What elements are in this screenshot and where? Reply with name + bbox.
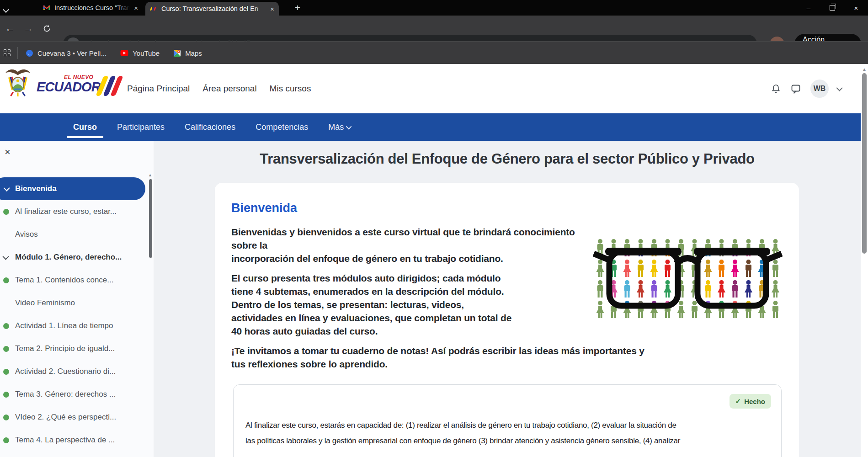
sidebar-item-tema-1[interactable]: Tema 1. Contenidos conce... xyxy=(0,269,154,292)
notifications-bell-icon[interactable] xyxy=(771,83,781,94)
sidebar-section-bienvenida[interactable]: Bienvenida xyxy=(0,177,154,200)
bookmark-youtube[interactable]: YouTube xyxy=(120,49,160,57)
sidebar-item-video-feminismo[interactable]: Video Feminismo xyxy=(0,292,154,314)
tab-title: Instrucciones Curso "Transversal xyxy=(54,4,130,11)
sidebar-label: VIdeo 2. ¿Qué es perspecti... xyxy=(15,413,116,422)
tab-mas[interactable]: Más xyxy=(328,113,351,141)
sidebar-item-tema-3[interactable]: Tema 3. Género: derechos ... xyxy=(0,383,154,406)
browser-tab-curso-active[interactable]: Curso: Transversalización del En × xyxy=(145,2,279,16)
drawer-scrollbar[interactable] xyxy=(149,179,152,398)
maps-icon xyxy=(173,49,181,57)
tab-label: Calificaciones xyxy=(185,122,235,132)
page-scroll-up-icon[interactable]: ▲ xyxy=(862,67,867,72)
activity-description: Al finalizar este curso, estarás en capa… xyxy=(245,418,769,449)
tab-title: Curso: Transversalización del En xyxy=(161,5,266,12)
sidebar-item-tema-2[interactable]: Tema 2. Principio de iguald... xyxy=(0,337,154,360)
tab-close-icon[interactable]: × xyxy=(134,5,138,11)
el-nuevo-ecuador-logo[interactable]: EL NUEVO ECUADOR xyxy=(37,71,123,103)
course-nav-bar: Curso Participantes Calificaciones Compe… xyxy=(0,113,861,141)
bookmark-label: Cuevana 3 • Ver Pelí... xyxy=(37,49,107,57)
tab-label: Competencias xyxy=(256,122,308,132)
chevron-down-icon[interactable] xyxy=(4,185,10,191)
sidebar-label: Tema 2. Principio de iguald... xyxy=(15,344,115,353)
sidebar-label: Actividad 2. Cuestionario di... xyxy=(15,367,116,376)
window-restore-button[interactable] xyxy=(820,0,844,16)
bookmark-cuevana[interactable]: Cuevana 3 • Ver Pelí... xyxy=(26,49,107,57)
check-icon: ✓ xyxy=(735,397,741,405)
drawer-close-button[interactable]: × xyxy=(5,147,11,157)
sidebar-item-video-2[interactable]: VIdeo 2. ¿Qué es perspecti... xyxy=(0,406,154,429)
sidebar-label: Tema 3. Género: derechos ... xyxy=(15,390,116,399)
nav-mis-cursos[interactable]: Mis cursos xyxy=(270,84,311,94)
tab-curso[interactable]: Curso xyxy=(73,113,97,141)
page-title: Transversalización del Enfoque de Género… xyxy=(154,151,861,167)
section-heading: Bienvenida xyxy=(231,201,783,215)
apps-grid-icon[interactable] xyxy=(4,49,11,57)
selected-section-pill[interactable]: Bienvenida xyxy=(0,177,145,200)
user-menu-chevron-icon[interactable] xyxy=(836,85,843,91)
page-scrollbar[interactable]: ▲ xyxy=(861,64,868,457)
ecuador-stripes-icon xyxy=(150,5,157,12)
completion-dot-icon xyxy=(3,209,9,215)
page-scrollbar-thumb[interactable] xyxy=(862,73,867,254)
sidebar-label: Tema 4. La perspectiva de ... xyxy=(15,436,115,445)
nav-area-personal[interactable]: Área personal xyxy=(202,84,256,94)
sidebar-item-actividad-2[interactable]: Actividad 2. Cuestionario di... xyxy=(0,360,154,383)
tab-close-icon[interactable]: × xyxy=(270,5,274,12)
drawer-scrollbar-thumb[interactable] xyxy=(149,179,152,258)
activity-card[interactable]: ✓ Hecho Al finalizar este curso, estarás… xyxy=(233,384,782,457)
welcome-paragraph-3: ¡Te invitamos a tomar tu cuaderno de not… xyxy=(231,344,783,371)
site-nav: Página Principal Área personal Mis curso… xyxy=(127,64,311,113)
ecuador-coat-of-arms-logo[interactable] xyxy=(5,68,31,97)
tab-calificaciones[interactable]: Calificaciones xyxy=(185,113,235,141)
sidebar-item-actividad-1[interactable]: Actividad 1. Línea de tiempo xyxy=(0,314,154,337)
browser-tab-instrucciones[interactable]: Instrucciones Curso "Transversal × xyxy=(38,0,143,16)
tab-participantes[interactable]: Participantes xyxy=(117,113,165,141)
sidebar-item-al-finalizar[interactable]: Al finalizar este curso, estar... xyxy=(0,200,154,223)
completion-dot-icon xyxy=(3,414,9,420)
sidebar-item-tema-4[interactable]: Tema 4. La perspectiva de ... xyxy=(0,429,154,452)
gender-glasses-image xyxy=(593,236,783,321)
forward-button[interactable]: → xyxy=(22,22,35,35)
done-badge[interactable]: ✓ Hecho xyxy=(730,394,771,409)
user-avatar[interactable]: WB xyxy=(810,80,829,98)
gmail-icon xyxy=(43,4,50,11)
completion-dot-icon xyxy=(3,277,9,283)
course-index-list: Bienvenida Al finalizar este curso, esta… xyxy=(0,177,154,452)
header-icons: WB xyxy=(771,64,842,113)
sidebar-item-avisos[interactable]: Avisos xyxy=(0,223,154,246)
site-header: EL NUEVO ECUADOR Página Principal Área p… xyxy=(0,64,861,113)
new-tab-button[interactable]: + xyxy=(291,1,304,15)
bookmarks-bar: Cuevana 3 • Ver Pelí... YouTube Maps xyxy=(0,41,868,64)
completion-dot-icon xyxy=(3,346,9,352)
window-minimize-button[interactable]: – xyxy=(797,0,820,16)
completion-dot-icon xyxy=(3,392,9,398)
reload-icon xyxy=(43,24,51,33)
logo-stripes-icon xyxy=(100,76,119,96)
window-close-button[interactable]: × xyxy=(844,0,868,16)
tab-label: Más xyxy=(328,122,344,132)
reload-button[interactable] xyxy=(40,22,53,35)
chevron-down-icon xyxy=(346,123,352,129)
youtube-icon xyxy=(120,50,128,56)
completion-dot-icon xyxy=(3,323,9,329)
bookmark-label: YouTube xyxy=(133,49,160,57)
sidebar-section-modulo-1[interactable]: Módulo 1. Género, derecho... xyxy=(0,246,154,269)
bookmark-label: Maps xyxy=(185,49,202,57)
sidebar-label: Al finalizar este curso, estar... xyxy=(15,207,117,216)
back-button[interactable]: ← xyxy=(4,22,16,35)
course-nav-tabs: Curso Participantes Calificaciones Compe… xyxy=(73,113,351,141)
bookmarks-separator xyxy=(17,47,18,59)
completion-dot-icon xyxy=(3,437,9,443)
drawer-scroll-up-icon[interactable]: ▲ xyxy=(148,173,152,177)
chevron-down-icon[interactable] xyxy=(3,254,9,260)
tab-search-chevron-icon[interactable] xyxy=(4,5,8,10)
tab-competencias[interactable]: Competencias xyxy=(256,113,308,141)
bookmark-maps[interactable]: Maps xyxy=(173,49,202,57)
nav-pagina-principal[interactable]: Página Principal xyxy=(127,84,190,94)
welcome-rich-text: Bienvenidas y bienvenidos a este curso v… xyxy=(231,225,783,371)
window-controls: – × xyxy=(797,0,868,16)
completion-dot-icon xyxy=(3,369,9,375)
messages-icon[interactable] xyxy=(790,83,801,94)
cuevana-icon xyxy=(26,49,33,57)
